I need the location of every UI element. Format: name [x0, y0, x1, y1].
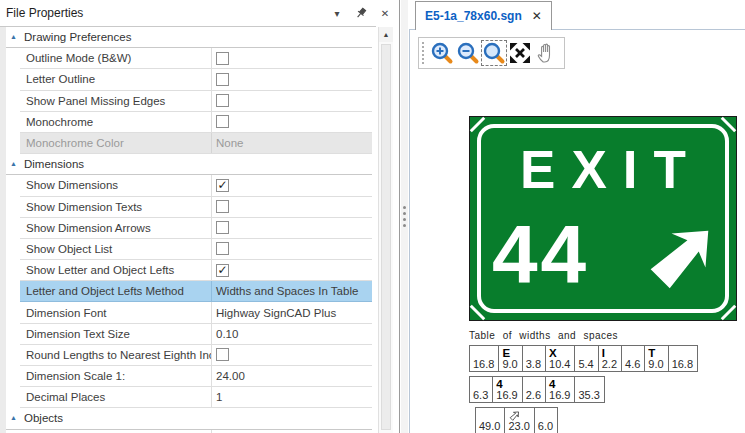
property-row[interactable]: Dimension Font Highway SignCAD Plus — [20, 302, 372, 323]
collapse-arrow-icon: ▲ — [10, 159, 24, 169]
property-value: None — [216, 137, 244, 149]
property-value: 24.00 — [216, 370, 245, 382]
property-label[interactable]: Outline Mode (B&W) — [20, 48, 212, 68]
property-row[interactable]: Show Dimension Arrows — [20, 218, 372, 239]
property-row[interactable]: Dimension Text Size 0.10 — [20, 324, 372, 345]
property-row[interactable]: Letter Outline — [20, 69, 372, 90]
scrollbar-thumb[interactable] — [381, 44, 391, 430]
property-value-cell[interactable] — [212, 218, 372, 238]
zoom-window-button[interactable] — [481, 40, 507, 66]
cell-value: 9.0 — [502, 358, 517, 370]
property-label — [20, 430, 212, 433]
property-label[interactable]: Letter Outline — [20, 69, 212, 89]
property-value-cell[interactable] — [212, 69, 372, 89]
cell-value: 16.8 — [473, 358, 494, 370]
property-label[interactable]: Show Panel Missing Edges — [20, 91, 212, 111]
zoom-out-button[interactable] — [455, 40, 481, 66]
pin-icon[interactable] — [353, 5, 369, 21]
property-value-cell[interactable]: ✓ — [212, 175, 372, 195]
width-table-cell: 23.0 — [504, 407, 534, 433]
property-row[interactable]: Show Letter and Object Lefts ✓ — [20, 260, 372, 281]
property-label[interactable]: Show Object List — [20, 239, 212, 259]
property-row[interactable]: Letter and Object Lefts Method Widths an… — [20, 281, 372, 302]
property-label[interactable]: Show Dimension Arrows — [20, 218, 212, 238]
panel-title: File Properties — [6, 6, 321, 20]
checkbox[interactable] — [216, 242, 229, 255]
checkbox[interactable] — [216, 52, 229, 65]
property-value-cell[interactable]: Highway SignCAD Plus — [212, 302, 372, 322]
width-table-cell: 35.3 — [574, 376, 604, 403]
property-row[interactable]: Dimension Scale 1: 24.00 — [20, 366, 372, 387]
property-value-cell[interactable] — [212, 112, 372, 132]
property-label[interactable]: Dimension Scale 1: — [20, 366, 212, 386]
property-label[interactable]: Show Dimensions — [20, 175, 212, 195]
widths-table-rows: 16.8 E 9.0 3.8 X 10.4 5.4 I 2.2 4.6 T 9.… — [469, 345, 698, 433]
toolbar-grip[interactable] — [422, 42, 426, 64]
property-value-cell[interactable]: None — [212, 133, 372, 153]
width-table-cell: 6.3 — [469, 376, 493, 403]
property-value-cell[interactable] — [212, 345, 372, 365]
zoom-extents-button[interactable] — [507, 40, 533, 66]
property-label[interactable]: Dimension Font — [20, 302, 212, 322]
cell-value: 4.6 — [625, 358, 640, 370]
property-row[interactable]: Outline Mode (B&W) — [20, 48, 372, 69]
checkbox[interactable] — [216, 221, 229, 234]
section-header[interactable]: ▲ Dimensions — [6, 154, 372, 175]
property-row[interactable]: Show Object List — [20, 239, 372, 260]
panel-splitter[interactable] — [401, 0, 408, 433]
property-row[interactable]: Show Dimensions ✓ — [20, 175, 372, 196]
vertical-scrollbar[interactable]: ▲ — [378, 27, 393, 433]
property-value-cell[interactable] — [212, 197, 372, 217]
property-label[interactable]: Show Dimension Texts — [20, 197, 212, 217]
widths-table-row: 6.3 4 16.9 2.6 4 16.9 35.3 — [469, 376, 698, 403]
property-value-cell[interactable]: 1 — [212, 387, 372, 407]
width-table-cell: 4.6 — [621, 345, 645, 372]
checkbox[interactable] — [216, 348, 229, 361]
cell-value: 9.0 — [648, 358, 663, 370]
property-row[interactable]: Monochrome Color None — [20, 133, 372, 154]
property-value-cell[interactable]: ✓ — [212, 260, 372, 280]
scroll-up-icon[interactable]: ▲ — [379, 27, 393, 42]
property-label[interactable]: Show Letter and Object Lefts — [20, 260, 212, 280]
property-row[interactable]: Decimal Places 1 — [20, 387, 372, 408]
cell-value: 2.6 — [526, 389, 541, 401]
checkbox[interactable] — [216, 200, 229, 213]
property-row[interactable]: Round Lengths to Nearest Eighth Inch — [20, 345, 372, 366]
property-label[interactable]: Dimension Text Size — [20, 324, 212, 344]
document-tab[interactable]: E5-1a_78x60.sgn ✕ — [415, 1, 552, 30]
property-label[interactable]: Round Lengths to Nearest Eighth Inch — [20, 345, 212, 365]
cell-letter — [508, 409, 529, 420]
pan-button[interactable] — [533, 40, 559, 66]
property-label[interactable]: Monochrome — [20, 112, 212, 132]
property-row[interactable]: Show Dimension Texts — [20, 197, 372, 218]
checkbox[interactable] — [216, 73, 229, 86]
property-label[interactable]: Letter and Object Lefts Method — [20, 281, 212, 301]
property-value-cell[interactable] — [212, 239, 372, 259]
zoom-in-button[interactable] — [429, 40, 455, 66]
cell-value: 3.8 — [526, 358, 541, 370]
property-value-cell[interactable]: Widths and Spaces In Table — [212, 281, 372, 301]
property-value-cell[interactable] — [212, 48, 372, 68]
cell-letter: T — [648, 347, 663, 358]
tab-close-icon[interactable]: ✕ — [532, 9, 542, 23]
property-label[interactable]: Decimal Places — [20, 387, 212, 407]
sign-panel: EXIT 44 — [469, 116, 737, 321]
width-table-cell: 6.0 — [534, 407, 558, 433]
property-label[interactable]: Monochrome Color — [20, 133, 212, 153]
checkbox[interactable]: ✓ — [216, 264, 229, 277]
section-header[interactable]: ▲ Objects — [6, 408, 372, 429]
checkbox[interactable]: ✓ — [216, 179, 229, 192]
property-value-cell[interactable]: 24.00 — [212, 366, 372, 386]
panel-close-icon[interactable]: ✕ — [377, 5, 393, 21]
cell-letter: I — [602, 347, 617, 358]
window-menu-dropdown-icon[interactable]: ▾ — [329, 5, 345, 21]
property-row[interactable]: Monochrome — [20, 112, 372, 133]
property-value-cell[interactable]: 0.10 — [212, 324, 372, 344]
width-table-cell: T 9.0 — [644, 345, 668, 372]
property-row[interactable]: Show Panel Missing Edges — [20, 91, 372, 112]
property-value-cell[interactable] — [212, 91, 372, 111]
checkbox[interactable] — [216, 94, 229, 107]
widths-table-row: 16.8 E 9.0 3.8 X 10.4 5.4 I 2.2 4.6 T 9.… — [469, 345, 698, 372]
section-header[interactable]: ▲ Drawing Preferences — [6, 27, 372, 48]
checkbox[interactable] — [216, 115, 229, 128]
